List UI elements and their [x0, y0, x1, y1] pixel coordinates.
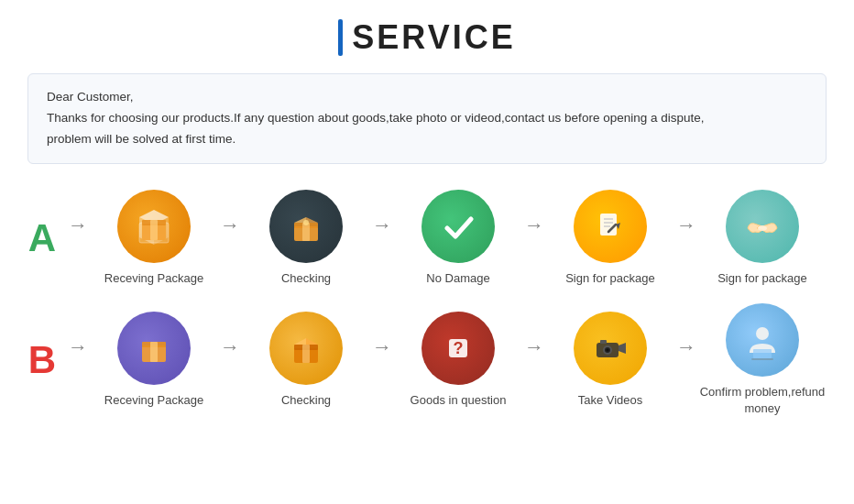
icon-sign-package-2 [726, 190, 799, 263]
camera-icon [588, 326, 632, 370]
arrow-a0: → [68, 214, 88, 237]
title-accent-bar [338, 19, 343, 56]
arrow-b1: → [220, 335, 240, 359]
arrow-b4: → [676, 335, 696, 359]
row-a-label-1: Checking [281, 270, 331, 287]
arrow-a4: → [676, 214, 696, 237]
arrow-a1: → [220, 214, 240, 237]
question-icon: ? [436, 326, 480, 370]
page-title-section: SERVICE [338, 18, 515, 57]
svg-point-36 [756, 327, 769, 340]
open-box-icon [284, 204, 328, 248]
row-b-items: Receving Package → Checking → [90, 303, 827, 417]
page-title: SERVICE [352, 18, 515, 57]
svg-rect-35 [600, 340, 607, 344]
notice-line3: problem will be solved at first time. [47, 129, 807, 150]
svg-marker-27 [306, 338, 318, 345]
svg-marker-31 [619, 343, 626, 354]
arrow-b3: → [524, 335, 544, 359]
row-b-label-2: Goods in question [411, 392, 507, 409]
box-purple-icon [132, 326, 176, 370]
icon-confirm-refund [726, 303, 799, 377]
row-a-label-0: Receving Package [104, 270, 203, 287]
row-a-label: A [27, 216, 57, 260]
document-sign-icon [588, 204, 632, 248]
arrow-a2: → [372, 214, 392, 237]
svg-point-34 [607, 349, 609, 352]
icon-checking-a [269, 190, 343, 263]
row-b-item-3: Take Videos [546, 312, 674, 409]
icon-take-videos [574, 312, 647, 385]
arrow-b0: → [68, 335, 88, 359]
svg-rect-37 [753, 349, 772, 358]
row-b-label-4: Confirm problem,refund money [698, 384, 827, 417]
row-a-label-3: Sign for package [565, 270, 655, 287]
row-b-item-2: ? Goods in question [394, 312, 522, 409]
row-a-item-4: Sign for package [698, 190, 827, 287]
notice-line2: Thanks for choosing our products.If any … [47, 108, 807, 129]
arrow-b2: → [372, 335, 392, 359]
notice-line1: Dear Customer, [47, 87, 807, 108]
svg-marker-26 [294, 338, 306, 345]
box-icon [132, 204, 176, 248]
row-b-label: B [27, 338, 57, 382]
flow-row-a: A → Receving Package [27, 190, 827, 287]
row-a-item-3: Sign for package [546, 190, 674, 287]
handshake-icon [740, 204, 784, 248]
row-a-label-4: Sign for package [717, 270, 807, 287]
svg-rect-38 [751, 358, 773, 360]
notice-box: Dear Customer, Thanks for choosing our p… [27, 73, 827, 164]
icon-receiving-b [117, 312, 191, 385]
row-a-item-1: Checking [242, 190, 370, 287]
row-a-items: Receving Package → Checkin [90, 190, 827, 287]
flow-section: A → Receving Package [27, 190, 827, 418]
row-a-item-0: Receving Package [90, 190, 218, 287]
flow-row-b: B → Receving Package → [27, 303, 827, 417]
svg-rect-6 [150, 220, 158, 240]
row-b-label-1: Checking [281, 392, 331, 409]
row-b-label-3: Take Videos [578, 392, 643, 409]
arrow-a3: → [524, 214, 544, 237]
row-a-item-2: No Damage [394, 190, 522, 287]
svg-rect-25 [302, 345, 310, 363]
svg-point-12 [303, 220, 309, 225]
svg-text:?: ? [454, 339, 464, 357]
row-b-label-0: Receving Package [104, 392, 203, 409]
open-box-gold-icon [284, 326, 328, 370]
row-b-item-0: Receving Package [90, 312, 218, 409]
icon-checking-b [269, 312, 343, 385]
row-b-item-1: Checking [242, 312, 370, 409]
icon-receiving-a [117, 190, 191, 263]
row-a-label-2: No Damage [426, 270, 489, 287]
svg-rect-22 [150, 342, 158, 362]
checkmark-icon [436, 204, 480, 248]
person-icon [740, 318, 784, 362]
row-b-item-4: Confirm problem,refund money [698, 303, 827, 417]
icon-no-damage [422, 190, 495, 263]
icon-goods-question: ? [422, 312, 495, 385]
icon-sign-package-1 [574, 190, 647, 263]
svg-point-19 [758, 225, 767, 231]
